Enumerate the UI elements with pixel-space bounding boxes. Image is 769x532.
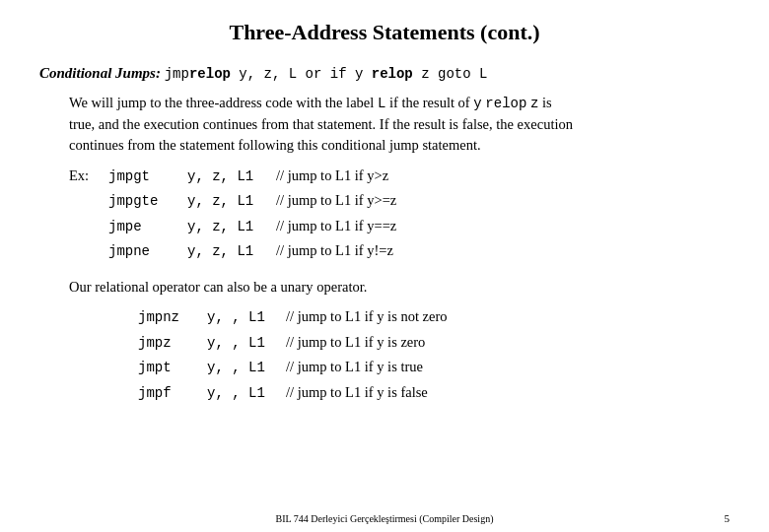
ex-row-3: jmpne y, z, L1 // jump to L1 if y!=z (69, 239, 730, 262)
ex-comment-1: // jump to L1 if y>=z (276, 189, 396, 212)
unary-cmd-3: jmpf (138, 382, 207, 404)
ex-row-2: jmpe y, z, L1 // jump to L1 if y==z (69, 215, 730, 237)
desc-L: L (378, 96, 385, 111)
page-title: Three-Address Statements (cont.) (39, 20, 730, 45)
ex-comment-3: // jump to L1 if y!=z (276, 239, 393, 262)
unary-cmd-1: jmpz (138, 332, 207, 354)
unary-args-1: y, , L1 (207, 332, 286, 354)
heading-relop: relop (189, 66, 231, 82)
heading-italic: Conditional Jumps: (39, 65, 165, 81)
unary-row-3: jmpf y, , L1 // jump to L1 if y is false (138, 381, 730, 404)
unary-args-2: y, , L1 (207, 357, 286, 378)
unary-description: Our relational operator can also be a un… (69, 277, 730, 299)
heading-goto: z goto L (413, 66, 488, 82)
ex-comment-0: // jump to L1 if y>z (276, 165, 388, 187)
unary-args-0: y, , L1 (207, 306, 286, 328)
unary-cmd-0: jmpnz (138, 306, 207, 328)
ex-cmd-1: jmpgte (108, 190, 187, 212)
heading-relop2: relop (372, 66, 413, 82)
heading-jmp: jmp (165, 66, 189, 82)
unary-comment-2: // jump to L1 if y is true (286, 356, 423, 378)
description-block: We will jump to the three-address code w… (69, 93, 730, 158)
unary-row-2: jmpt y, , L1 // jump to L1 if y is true (138, 356, 730, 378)
ex-cmd-0: jmpgt (108, 166, 187, 187)
ex-cmd-2: jmpe (108, 216, 187, 237)
examples-block: Ex: jmpgt y, z, L1 // jump to L1 if y>z … (69, 165, 730, 263)
ex-args-0: y, z, L1 (187, 166, 276, 187)
desc-y: y (473, 96, 481, 111)
desc-line3: continues from the statement following t… (69, 137, 481, 153)
unary-cmd-2: jmpt (138, 357, 207, 378)
ex-args-1: y, z, L1 (187, 190, 276, 212)
page: Three-Address Statements (cont.) Conditi… (0, 0, 769, 532)
ex-args-3: y, z, L1 (187, 240, 276, 262)
desc-line1: We will jump to the three-address code w… (69, 95, 552, 110)
ex-header-row: Ex: jmpgt y, z, L1 // jump to L1 if y>z (69, 165, 730, 187)
ex-row-1: jmpgte y, z, L1 // jump to L1 if y>=z (69, 189, 730, 212)
unary-args-3: y, , L1 (207, 382, 286, 404)
unary-comment-3: // jump to L1 if y is false (286, 381, 428, 404)
unary-comment-1: // jump to L1 if y is zero (286, 331, 425, 354)
ex-label: Ex: (69, 165, 108, 187)
page-number: 5 (725, 512, 731, 524)
heading-rest: y, z, L or if y (231, 66, 372, 82)
desc-relop: relop (485, 96, 526, 111)
ex-args-2: y, z, L1 (187, 216, 276, 237)
unary-row-0: jmpnz y, , L1 // jump to L1 if y is not … (138, 305, 730, 328)
desc-line2: true, and the execution continues from t… (69, 116, 573, 132)
unary-examples-block: jmpnz y, , L1 // jump to L1 if y is not … (138, 305, 730, 404)
ex-cmd-3: jmpne (108, 240, 187, 262)
footer-text: BIL 744 Derleyici Gerçekleştirmesi (Comp… (0, 513, 769, 524)
conditional-jumps-heading: Conditional Jumps: jmprelop y, z, L or i… (39, 63, 730, 85)
ex-comment-2: // jump to L1 if y==z (276, 215, 396, 237)
desc-z: z (530, 96, 538, 111)
unary-comment-0: // jump to L1 if y is not zero (286, 305, 448, 328)
unary-row-1: jmpz y, , L1 // jump to L1 if y is zero (138, 331, 730, 354)
